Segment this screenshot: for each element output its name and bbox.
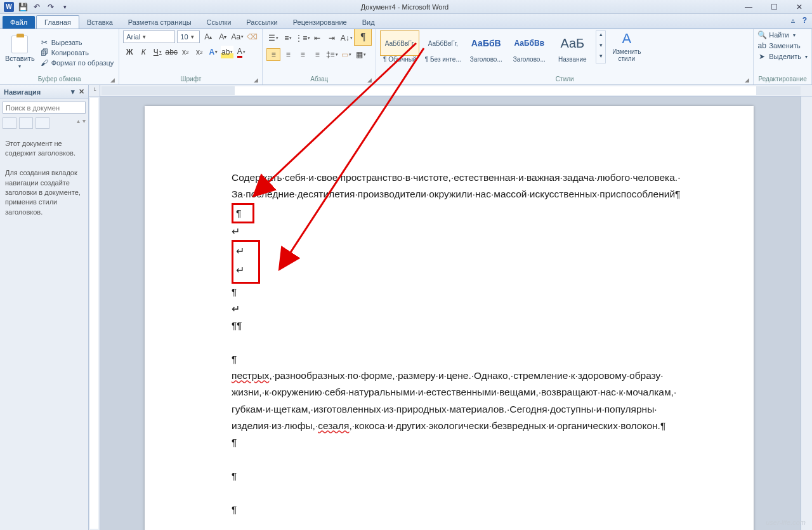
nav-headings-view[interactable] — [3, 117, 16, 129]
text-effects-button[interactable]: A — [207, 46, 219, 58]
justify-button[interactable]: ≡ — [310, 48, 324, 61]
close-button[interactable]: ✕ — [787, 0, 812, 14]
tab-view[interactable]: Вид — [355, 16, 383, 29]
group-editing: 🔍Найти▾ abЗаменить ➤Выделить▾ Редактиров… — [754, 29, 812, 84]
document-area: └ Содержать·себя·и·свое·пространство·в·ч… — [89, 85, 812, 530]
nav-message: Этот документ не содержит заголовков. Дл… — [0, 133, 88, 223]
bold-button[interactable]: Ж — [123, 46, 136, 58]
bullets-button[interactable]: ☰ — [266, 32, 280, 44]
chevron-down-icon: ▾ — [805, 54, 808, 60]
watermark: user-life.com — [766, 519, 806, 526]
nav-msg-1: Этот документ не содержит заголовков. — [5, 139, 83, 159]
nav-close-icon[interactable]: ✕ — [79, 88, 84, 96]
redo-icon[interactable]: ↷ — [46, 2, 56, 12]
dialog-launcher-icon[interactable]: ◢ — [254, 77, 258, 83]
style-heading2[interactable]: АаБбВвЗаголово... — [509, 30, 549, 63]
change-styles-icon: A — [622, 30, 631, 47]
align-right-button[interactable]: ≡ — [296, 48, 310, 61]
style-heading1[interactable]: АаБбВЗаголово... — [466, 30, 506, 63]
grow-font-button[interactable]: A▴ — [202, 30, 214, 43]
tab-insert[interactable]: Вставка — [79, 16, 121, 29]
paste-button[interactable]: Вставить ▾ — [4, 34, 36, 70]
nav-pages-view[interactable] — [19, 117, 33, 129]
style-title[interactable]: АаБНазвание — [553, 30, 592, 63]
scroll-up-icon[interactable]: ▴ — [596, 31, 605, 41]
strike-button[interactable]: abc — [165, 46, 178, 58]
shading-button[interactable]: ▭ — [339, 48, 353, 61]
minimize-button[interactable]: — — [736, 0, 761, 14]
binoculars-icon: 🔍 — [757, 30, 766, 39]
find-button[interactable]: 🔍Найти▾ — [757, 30, 808, 39]
nav-search-input[interactable] — [3, 102, 96, 113]
copy-label: Копировать — [51, 49, 89, 56]
format-painter-button[interactable]: 🖌Формат по образцу — [39, 58, 115, 67]
undo-icon[interactable]: ↶ — [32, 2, 42, 12]
paste-label: Вставить — [5, 55, 35, 62]
dialog-launcher-icon[interactable]: ◢ — [367, 77, 372, 83]
numbering-button[interactable]: ≡ — [281, 32, 295, 44]
styles-gallery-scroll[interactable]: ▴ ▾ ▾ — [596, 30, 606, 63]
font-name-value: Arial — [126, 33, 140, 41]
font-color-button[interactable]: A — [235, 46, 247, 58]
tab-references[interactable]: Ссылки — [199, 16, 239, 29]
scroll-down-icon[interactable]: ▾ — [596, 42, 605, 52]
scissors-icon: ✂ — [40, 38, 49, 47]
gallery-more-icon[interactable]: ▾ — [596, 53, 605, 63]
nav-search[interactable]: 🔍 ▾ — [3, 102, 86, 114]
minimize-ribbon-icon[interactable]: ▵ — [791, 16, 795, 25]
qat-dropdown-icon[interactable]: ▾ — [60, 2, 70, 12]
cut-button[interactable]: ✂Вырезать — [39, 38, 115, 47]
word-app-icon[interactable]: W — [4, 2, 14, 12]
save-icon[interactable]: 💾 — [18, 2, 28, 12]
align-center-button[interactable]: ≡ — [281, 48, 295, 61]
change-case-button[interactable]: Aa — [231, 30, 244, 43]
format-painter-label: Формат по образцу — [51, 59, 114, 67]
tab-file[interactable]: Файл — [3, 16, 35, 29]
show-hide-paragraph-button[interactable]: ¶ — [354, 28, 372, 46]
nav-pin-icon[interactable]: ▾ — [71, 88, 75, 96]
cut-label: Вырезать — [51, 39, 82, 46]
subscript-button[interactable]: x2 — [179, 46, 192, 58]
underline-button[interactable]: Ч — [151, 46, 164, 58]
select-button[interactable]: ➤Выделить▾ — [757, 52, 808, 61]
style-nospacing[interactable]: АаБбВвГг,¶ Без инте... — [423, 30, 462, 63]
style-label: Заголово... — [509, 56, 549, 63]
tab-mailings[interactable]: Рассылки — [239, 16, 285, 29]
sort-button[interactable]: A↓ — [339, 32, 353, 44]
copy-button[interactable]: 🗐Копировать — [39, 48, 115, 57]
group-editing-label: Редактирование — [757, 74, 808, 84]
nav-next-icon[interactable]: ▾ — [82, 117, 86, 129]
italic-button[interactable]: К — [137, 46, 150, 58]
chevron-down-icon: ▾ — [143, 34, 146, 40]
multilevel-button[interactable]: ⋮≡ — [296, 32, 310, 44]
borders-button[interactable]: ▦ — [354, 48, 368, 61]
decrease-indent-button[interactable]: ⇤ — [310, 32, 324, 44]
change-styles-button[interactable]: A Изменить стили — [610, 30, 643, 62]
shrink-font-button[interactable]: A▾ — [216, 30, 229, 43]
dialog-launcher-icon[interactable]: ◢ — [745, 77, 749, 83]
font-size-combo[interactable]: 10▾ — [177, 30, 200, 43]
window-title: Документ4 - Microsoft Word — [74, 3, 736, 11]
highlight-button[interactable]: ab — [221, 46, 233, 58]
change-styles-label: Изменить стили — [612, 48, 641, 62]
line-spacing-button[interactable]: ‡≡ — [325, 48, 339, 61]
dialog-launcher-icon[interactable]: ◢ — [110, 77, 115, 83]
font-name-combo[interactable]: Arial▾ — [123, 30, 175, 43]
replace-button[interactable]: abЗаменить — [757, 41, 808, 50]
align-left-button[interactable]: ≡ — [266, 48, 280, 61]
group-styles-label: Стили◢ — [380, 74, 749, 84]
tab-layout[interactable]: Разметка страницы — [121, 16, 199, 29]
superscript-button[interactable]: x2 — [193, 46, 206, 58]
tab-review[interactable]: Рецензирование — [285, 16, 355, 29]
chevron-down-icon: ▾ — [191, 34, 194, 40]
tab-home[interactable]: Главная — [36, 15, 79, 29]
nav-results-view[interactable] — [36, 117, 49, 129]
maximize-button[interactable]: ☐ — [761, 0, 787, 14]
copy-icon: 🗐 — [40, 48, 49, 57]
nav-prev-icon[interactable]: ▴ — [77, 117, 80, 129]
clear-format-button[interactable]: ⌫ — [246, 30, 258, 43]
increase-indent-button[interactable]: ⇥ — [325, 32, 339, 44]
annotation-arrow-1 — [89, 85, 812, 530]
group-clipboard: Вставить ▾ ✂Вырезать 🗐Копировать 🖌Формат… — [0, 29, 119, 84]
help-icon[interactable]: ? — [802, 16, 807, 25]
